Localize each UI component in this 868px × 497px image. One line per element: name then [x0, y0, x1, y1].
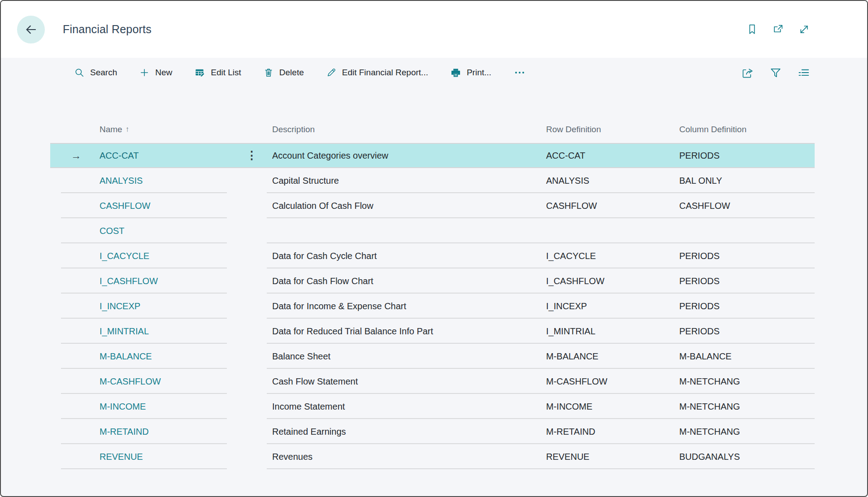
- column-definition-link[interactable]: M-NETCHANG: [679, 427, 740, 436]
- name-cell: M-INCOME: [100, 402, 245, 412]
- description-cell: Retained Earnings: [272, 427, 546, 437]
- name-link[interactable]: I_MINTRIAL: [100, 326, 149, 336]
- name-link[interactable]: CASHFLOW: [100, 201, 150, 211]
- row-gutter: →: [50, 452, 100, 462]
- column-definition-link[interactable]: M-NETCHANG: [679, 402, 740, 411]
- row-definition-link[interactable]: I_MINTRIAL: [546, 326, 595, 336]
- header-actions: [746, 24, 810, 35]
- row-definition-link[interactable]: I_CASHFLOW: [546, 276, 604, 286]
- name-link[interactable]: I_INCEXP: [100, 301, 140, 311]
- table-row[interactable]: → ANALYSIS ⋮ Capital Structure ANALYSIS …: [50, 168, 815, 193]
- column-definition-link[interactable]: PERIODS: [679, 151, 720, 161]
- column-definition-link[interactable]: M-BALANCE: [679, 351, 732, 361]
- column-header-column-definition[interactable]: Column Definition: [679, 125, 815, 134]
- print-button[interactable]: Print...: [451, 68, 491, 78]
- description-cell: Data for Reduced Trial Balance Info Part: [272, 326, 546, 337]
- row-definition-link[interactable]: I_INCEXP: [546, 301, 587, 311]
- row-definition-link[interactable]: REVENUE: [546, 452, 590, 462]
- row-menu-cell: ⋮: [245, 200, 272, 212]
- row-context-menu-icon[interactable]: ⋮: [245, 150, 257, 161]
- name-link[interactable]: M-CASHFLOW: [100, 376, 161, 386]
- row-menu-cell: ⋮: [245, 376, 272, 387]
- column-definition-link[interactable]: BAL ONLY: [679, 176, 722, 186]
- row-gutter: →: [50, 402, 100, 412]
- column-header-row-definition[interactable]: Row Definition: [546, 125, 679, 134]
- share-icon[interactable]: [742, 67, 754, 79]
- table-row[interactable]: → REVENUE ⋮ Revenues REVENUE BUDGANALYS: [50, 444, 815, 469]
- name-link[interactable]: I_CACYCLE: [100, 251, 149, 261]
- column-definition-link[interactable]: PERIODS: [679, 251, 720, 261]
- table-row[interactable]: → M-CASHFLOW ⋮ Cash Flow Statement M-CAS…: [50, 369, 815, 394]
- delete-label: Delete: [279, 68, 304, 78]
- delete-button[interactable]: Delete: [264, 68, 304, 78]
- column-definition-link[interactable]: CASHFLOW: [679, 201, 730, 211]
- table-row[interactable]: → I_INCEXP ⋮ Data for Income & Expense C…: [50, 294, 815, 319]
- more-options-button[interactable]: [514, 68, 525, 78]
- table-header-row: Name ↑ Description Row Definition Column…: [50, 116, 815, 143]
- column-definition-cell: M-NETCHANG: [679, 376, 815, 387]
- financial-reports-table: Name ↑ Description Row Definition Column…: [50, 116, 815, 469]
- name-cell: CASHFLOW: [100, 201, 245, 211]
- name-link[interactable]: M-RETAIND: [100, 427, 149, 436]
- back-button[interactable]: [17, 16, 45, 43]
- bookmark-icon[interactable]: [746, 24, 758, 35]
- name-link[interactable]: ACC-CAT: [100, 151, 139, 161]
- name-link[interactable]: I_CASHFLOW: [100, 276, 158, 286]
- open-in-new-window-icon[interactable]: [773, 24, 784, 35]
- column-header-name[interactable]: Name ↑: [100, 125, 245, 134]
- table-row[interactable]: → M-BALANCE ⋮ Balance Sheet M-BALANCE M-…: [50, 344, 815, 369]
- table-row[interactable]: → I_MINTRIAL ⋮ Data for Reduced Trial Ba…: [50, 319, 815, 344]
- row-definition-link[interactable]: I_CACYCLE: [546, 251, 596, 261]
- name-link[interactable]: M-INCOME: [100, 402, 146, 411]
- column-definition-link[interactable]: PERIODS: [679, 326, 720, 336]
- sort-ascending-icon: ↑: [126, 125, 130, 134]
- column-header-description[interactable]: Description: [272, 125, 546, 134]
- table-row[interactable]: → I_CASHFLOW ⋮ Data for Cash Flow Chart …: [50, 268, 815, 294]
- edit-pencil-icon: [326, 68, 336, 78]
- column-definition-link[interactable]: BUDGANALYS: [679, 452, 740, 462]
- filter-icon[interactable]: [770, 67, 781, 78]
- row-definition-link[interactable]: ANALYSIS: [546, 176, 589, 186]
- column-definition-link[interactable]: PERIODS: [679, 276, 720, 286]
- name-link[interactable]: ANALYSIS: [100, 176, 143, 186]
- row-definition-link[interactable]: CASHFLOW: [546, 201, 597, 211]
- table-row[interactable]: → I_CACYCLE ⋮ Data for Cash Cycle Chart …: [50, 243, 815, 268]
- search-button[interactable]: Search: [74, 68, 117, 78]
- description-cell: Data for Cash Flow Chart: [272, 276, 546, 286]
- row-definition-link[interactable]: ACC-CAT: [546, 151, 585, 161]
- name-link[interactable]: M-BALANCE: [100, 351, 152, 361]
- row-menu-cell: ⋮: [245, 250, 272, 262]
- edit-financial-report-button[interactable]: Edit Financial Report...: [326, 68, 428, 78]
- column-definition-cell: BUDGANALYS: [679, 452, 815, 462]
- name-link[interactable]: COST: [100, 226, 125, 236]
- edit-financial-report-label: Edit Financial Report...: [342, 68, 428, 78]
- table-row[interactable]: → M-RETAIND ⋮ Retained Earnings M-RETAIN…: [50, 419, 815, 444]
- table-row[interactable]: → COST ⋮: [50, 218, 815, 243]
- column-definition-link[interactable]: M-NETCHANG: [679, 376, 740, 386]
- row-menu-cell: ⋮: [245, 401, 272, 412]
- row-menu-cell: ⋮: [245, 350, 272, 362]
- name-cell: I_INCEXP: [100, 301, 245, 311]
- row-definition-link[interactable]: M-RETAIND: [546, 427, 595, 436]
- row-gutter: →: [50, 151, 100, 161]
- action-bar-right: [742, 67, 810, 79]
- name-cell: I_CACYCLE: [100, 251, 245, 261]
- column-definition-cell: PERIODS: [679, 326, 815, 337]
- expand-icon[interactable]: [799, 24, 810, 35]
- edit-list-button[interactable]: Edit List: [195, 68, 241, 78]
- column-definition-link[interactable]: PERIODS: [679, 301, 720, 311]
- description-cell: Cash Flow Statement: [272, 376, 546, 387]
- table-row[interactable]: → CASHFLOW ⋮ Calculation Of Cash Flow CA…: [50, 193, 815, 218]
- row-menu-cell: ⋮: [245, 325, 272, 337]
- row-definition-link[interactable]: M-CASHFLOW: [546, 376, 608, 386]
- row-definition-cell: M-RETAIND: [546, 427, 679, 437]
- row-gutter: →: [50, 376, 100, 387]
- table-row[interactable]: → M-INCOME ⋮ Income Statement M-INCOME M…: [50, 394, 815, 419]
- name-link[interactable]: REVENUE: [100, 452, 143, 462]
- printer-icon: [451, 68, 461, 78]
- row-definition-link[interactable]: M-INCOME: [546, 402, 592, 411]
- list-view-icon[interactable]: [798, 67, 810, 79]
- table-row[interactable]: → ACC-CAT ⋮ Account Categories overview …: [50, 143, 815, 168]
- row-definition-link[interactable]: M-BALANCE: [546, 351, 599, 361]
- new-button[interactable]: New: [139, 68, 172, 78]
